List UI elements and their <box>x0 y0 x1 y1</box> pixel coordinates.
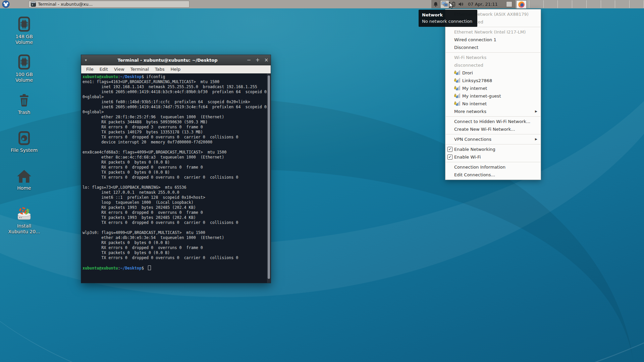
tooltip-body: No network connection <box>422 19 474 24</box>
menu-item-no-internet[interactable]: No internet <box>445 100 541 108</box>
menu-item-edit-connections[interactable]: Edit Connections... <box>445 171 541 179</box>
menu-item-enable-networking[interactable]: ✓Enable Networking <box>445 145 541 153</box>
network-tray-icon[interactable] <box>440 0 449 8</box>
menu-item-wi-fi-networks: Wi-Fi Networks <box>445 54 541 61</box>
terminal-menu-help[interactable]: Help <box>168 65 184 73</box>
terminal-menu-view[interactable]: View <box>111 65 127 73</box>
maximize-button[interactable]: + <box>253 55 262 65</box>
terminal-output-line: ether 8c:ae:4c:fd:68:a3 txqueuelen 1000 … <box>83 155 271 160</box>
taskbar-window-button[interactable]: Terminal - xubuntu@xu... <box>29 1 190 8</box>
terminal-output-line: ether a4:db:30:e5:3e:54 txqueuelen 1000 … <box>83 235 271 240</box>
menu-item-label: Connection Information <box>454 165 505 170</box>
menu-item-label: More networks <box>454 109 486 114</box>
desktop-icon-trash[interactable]: Trash <box>7 91 42 115</box>
menu-item-disconnect[interactable]: Disconnect <box>445 44 541 51</box>
menu-separator <box>446 134 540 134</box>
menu-item-label: VPN Connections <box>454 137 491 142</box>
menu-item-more-networks[interactable]: More networks▶ <box>445 108 541 115</box>
terminal-titlebar[interactable]: ▾ Terminal - xubuntu@xubuntu: ~/Desktop … <box>81 55 271 65</box>
submenu-arrow-icon: ▶ <box>535 135 537 143</box>
scrollbar-thumb[interactable] <box>268 75 270 279</box>
workspace-switcher[interactable] <box>506 1 512 7</box>
terminal-output-line <box>83 180 271 185</box>
menu-item-ethernet-network-intel-i217-lm: Ethernet Network (Intel I217-LM) <box>445 28 541 36</box>
firefox-launcher[interactable] <box>516 0 527 9</box>
menu-item-drori[interactable]: Drori <box>445 69 541 77</box>
terminal-output-line: inet6 2605:e000:1419:4418:b3c9:e4cf:89b0… <box>83 89 271 95</box>
menu-item-label: No internet <box>462 101 487 106</box>
terminal-menu-terminal[interactable]: Terminal <box>127 65 152 73</box>
panel-separator <box>629 0 630 8</box>
menu-item-vpn-connections[interactable]: VPN Connections▶ <box>445 135 541 143</box>
terminal-output-line: RX packets 0 bytes 0 (0.0 B) <box>83 240 271 245</box>
terminal-output-line <box>83 145 271 150</box>
desktop-icon-label: 100 GB Volume <box>7 72 42 83</box>
wifi-signal-icon <box>454 70 460 75</box>
terminal-menu-file[interactable]: File <box>83 65 97 73</box>
minimize-button[interactable]: − <box>245 55 253 65</box>
xubuntu-logo-icon <box>2 0 10 8</box>
wifi-signal-icon <box>454 101 460 106</box>
firefox-icon <box>518 1 525 8</box>
wifi-signal-icon <box>454 85 460 90</box>
menu-item-label: disconnected <box>454 63 483 68</box>
terminal-output-line: TX packets 0 bytes 0 (0.0 B) <box>83 170 271 175</box>
desktop-icon-install-xubuntu-20[interactable]: Install Xubuntu 20... <box>7 205 42 235</box>
terminal-output-line: RX errors 0 dropped 3 overruns 0 frame 0 <box>83 125 271 130</box>
window-menu-icon[interactable]: ▾ <box>81 58 91 62</box>
terminal-output-line: TX packets 0 bytes 0 (0.0 B) <box>83 250 271 255</box>
menu-separator <box>446 144 540 144</box>
terminal-content[interactable]: xubuntu@xubuntu:~/Desktop$ ifconfigeno1:… <box>81 73 271 283</box>
window-title: Terminal - xubuntu@xubuntu: ~/Desktop <box>91 58 245 63</box>
checkbox-enable-wi-fi[interactable]: ✓ <box>447 155 452 160</box>
terminal-output-line: device interrupt 20 memory 0xf7d00000-f7… <box>83 140 271 145</box>
desktop-icon-home[interactable]: Home <box>7 167 42 191</box>
desktop-icon-100-gb-volume[interactable]: 100 GB Volume <box>7 53 42 83</box>
checkbox-enable-networking[interactable]: ✓ <box>447 147 452 152</box>
drive-volume-icon <box>16 16 32 32</box>
notifications-icon[interactable] <box>433 2 438 7</box>
network-tooltip: Network No network connection <box>419 10 477 27</box>
submenu-arrow-icon: ▶ <box>535 108 537 115</box>
menu-item-enable-wi-fi[interactable]: ✓Enable Wi-Fi <box>445 153 541 161</box>
terminal-output-line <box>83 225 271 230</box>
terminal-output-line: inet6 2605:e000:1419:4418:74d7:7519:3c4e… <box>83 105 271 110</box>
menu-item-label: My internet-guest <box>462 94 501 99</box>
menu-item-my-internet[interactable]: My internet <box>445 84 541 92</box>
terminal-output-line: loop txqueuelen 1000 (Local Loopback) <box>83 200 271 205</box>
terminal-window-icon <box>31 2 36 7</box>
terminal-menu-tabs[interactable]: Tabs <box>152 65 168 73</box>
volume-icon[interactable] <box>458 2 464 7</box>
menu-item-linksys27868[interactable]: Linksys27868 <box>445 77 541 84</box>
clock[interactable]: 07 Apr, 21:11 <box>468 2 498 7</box>
menu-item-connect-to-hidden-wi-fi-network[interactable]: Connect to Hidden Wi-Fi Network... <box>445 118 541 125</box>
menu-item-label: Disconnect <box>454 45 478 50</box>
panel-separator <box>529 0 529 8</box>
terminal-output-line: RX packets 1993 bytes 202485 (202.4 KB) <box>83 205 271 210</box>
desktop-icon-label: Trash <box>7 110 42 115</box>
applications-menu-button[interactable] <box>2 0 10 8</box>
top-panel: Terminal - xubuntu@xu... <box>0 0 644 8</box>
network-monitors-icon <box>441 1 448 7</box>
terminal-output-line: 0<global> <box>83 95 271 100</box>
close-button[interactable]: × <box>262 55 271 65</box>
terminal-output-line: RX packets 0 bytes 0 (0.0 B) <box>83 160 271 165</box>
terminal-menu-edit[interactable]: Edit <box>97 65 111 73</box>
terminal-output-line: TX packets 1993 bytes 202485 (202.4 KB) <box>83 215 271 220</box>
filesystem-icon <box>16 130 32 146</box>
menu-item-label: Connect to Hidden Wi-Fi Network... <box>454 119 530 124</box>
menu-item-label: Ethernet Network (Intel I217-LM) <box>454 29 526 35</box>
menu-item-label: My internet <box>462 86 487 91</box>
menu-item-wired-connection-1[interactable]: Wired connection 1 <box>445 36 541 44</box>
desktop-icon-148-gb-volume[interactable]: 148 GB Volume <box>7 15 42 45</box>
terminal-output-line: 0<global> <box>83 110 271 115</box>
menu-item-connection-information[interactable]: Connection Information <box>445 163 541 171</box>
menu-item-create-new-wi-fi-network[interactable]: Create New Wi-Fi Network... <box>445 125 541 133</box>
terminal-output-line: ether 28:f1:0e:25:2f:96 txqueuelen 1000 … <box>83 115 271 120</box>
menu-item-my-internet-guest[interactable]: My internet-guest <box>445 92 541 100</box>
tooltip-title: Network <box>422 12 474 17</box>
desktop-icon-file-system[interactable]: File System <box>7 129 42 153</box>
terminal-scrollbar[interactable] <box>267 73 271 283</box>
terminal-cursor <box>148 265 151 270</box>
menu-item-label: Enable Networking <box>454 147 495 152</box>
